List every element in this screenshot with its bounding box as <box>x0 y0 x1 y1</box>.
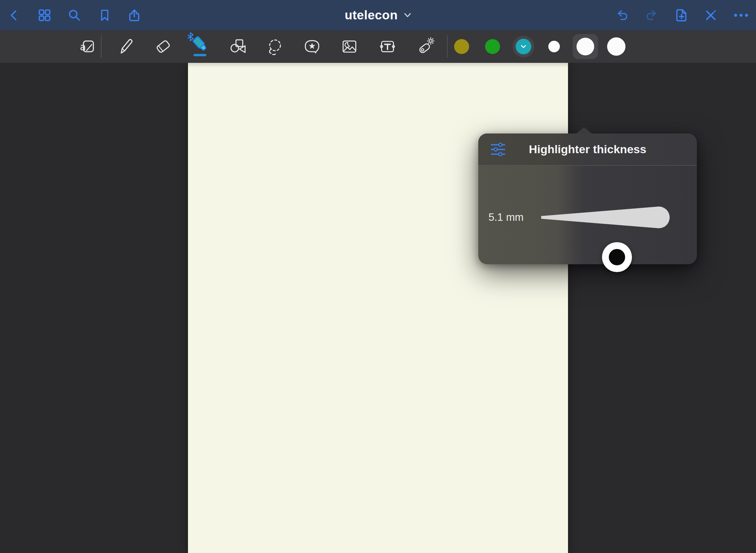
chevron-down-icon <box>404 13 411 18</box>
shapes-tool-button[interactable] <box>228 37 248 56</box>
color-swatch-teal-selected[interactable] <box>513 36 534 57</box>
more-button[interactable] <box>732 6 751 25</box>
scribble-mode-button[interactable]: a <box>77 37 97 56</box>
laser-pointer-icon <box>416 37 435 56</box>
image-icon <box>340 37 359 56</box>
thickness-preset-medium <box>577 38 594 55</box>
bookmark-button[interactable] <box>95 6 114 25</box>
thickness-preset-medium-selected[interactable] <box>573 34 598 59</box>
color-swatch-olive[interactable] <box>454 39 469 54</box>
back-icon <box>8 10 20 21</box>
highlighter-icon <box>190 35 212 58</box>
bookmark-icon <box>99 9 111 21</box>
popover-arrow <box>576 127 592 134</box>
canvas-shade <box>188 63 568 68</box>
thickness-value-label: 5.1 mm <box>488 211 523 224</box>
tools-toolbar: a <box>0 31 756 63</box>
image-tool-button[interactable] <box>340 37 359 56</box>
thickness-slider-row: 5.1 mm <box>478 166 697 264</box>
popover-header: Highlighter thickness <box>478 133 697 166</box>
text-tool-button[interactable] <box>378 37 397 56</box>
page-grid-button[interactable] <box>35 6 54 25</box>
end-editing-button[interactable] <box>701 6 720 25</box>
scribble-mode-icon: a <box>78 37 97 56</box>
share-icon <box>128 9 141 22</box>
color-swatch-green[interactable] <box>485 39 500 54</box>
redo-button[interactable] <box>642 6 662 25</box>
eraser-icon <box>154 37 173 56</box>
back-button[interactable] <box>5 6 24 25</box>
highlighter-thickness-popover: Highlighter thickness 5.1 mm <box>478 133 697 264</box>
chevron-down-icon <box>520 44 527 49</box>
slider-knob-center <box>609 249 625 265</box>
toolbar-divider <box>447 35 448 58</box>
page-title: utelecon <box>345 8 398 22</box>
editor-stage: Highlighter thickness 5.1 mm <box>0 63 756 553</box>
app-screen: utelecon <box>0 0 756 553</box>
add-page-icon <box>675 8 688 22</box>
sticker-star-icon <box>302 37 322 56</box>
grid-view-icon <box>38 9 51 22</box>
lasso-icon <box>265 37 284 56</box>
crossed-pen-icon <box>704 9 717 22</box>
search-icon <box>68 9 81 22</box>
add-page-button[interactable] <box>672 6 691 25</box>
eraser-tool-button[interactable] <box>153 37 173 56</box>
highlighter-tool-button[interactable] <box>191 37 211 56</box>
text-icon <box>378 37 397 56</box>
lasso-tool-button[interactable] <box>265 37 285 56</box>
elements-tool-button[interactable] <box>302 37 322 56</box>
redo-icon <box>645 9 659 22</box>
thickness-preset-large[interactable] <box>607 37 625 56</box>
toolbar-divider <box>101 35 102 58</box>
thickness-slider-track[interactable] <box>541 206 670 229</box>
document-title-menu[interactable]: utelecon <box>345 8 411 22</box>
popover-body: 5.1 mm <box>478 166 697 264</box>
thickness-slider-knob[interactable] <box>602 242 632 272</box>
navbar: utelecon <box>0 0 756 31</box>
laser-pointer-tool-button[interactable] <box>416 37 435 56</box>
undo-icon <box>615 9 629 22</box>
color-swatch-teal <box>516 39 531 54</box>
svg-text:a: a <box>80 41 86 53</box>
search-button[interactable] <box>65 6 84 25</box>
pen-tool-button[interactable] <box>116 37 136 56</box>
popover-title: Highlighter thickness <box>478 143 697 156</box>
undo-button[interactable] <box>612 6 631 25</box>
pen-icon <box>116 37 135 56</box>
more-icon <box>734 13 749 18</box>
shapes-icon <box>228 37 247 56</box>
share-button[interactable] <box>125 6 144 25</box>
thickness-preset-small[interactable] <box>548 41 560 52</box>
